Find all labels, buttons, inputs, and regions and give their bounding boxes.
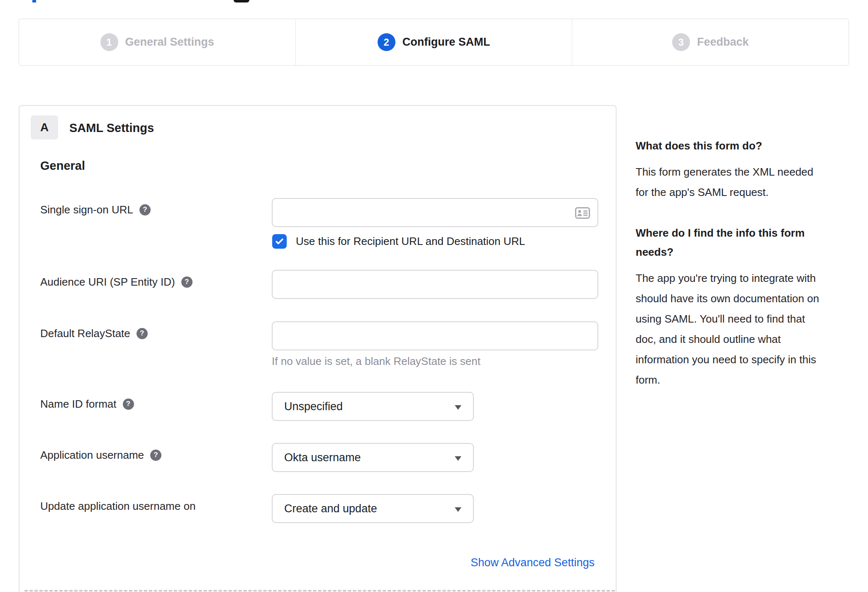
name-id-format-label-row: Name ID format ?	[40, 397, 134, 411]
sidebar-heading-what: What does this form do?	[636, 136, 845, 155]
update-username-label: Update application username on	[40, 499, 195, 513]
step-general-settings[interactable]: 1 General Settings	[19, 19, 295, 65]
app-username-select[interactable]: Okta username	[272, 443, 474, 472]
general-section-title: General	[40, 159, 85, 173]
panel-title: SAML Settings	[69, 121, 154, 135]
audience-uri-label-row: Audience URI (SP Entity ID) ?	[40, 275, 193, 289]
update-username-value: Create and update	[284, 502, 377, 515]
recipient-url-checkbox-row: Use this for Recipient URL and Destinati…	[272, 234, 525, 249]
help-icon[interactable]: ?	[181, 276, 193, 288]
audience-uri-control	[272, 270, 598, 299]
sso-url-control	[272, 198, 598, 227]
step-2-number-badge: 2	[378, 33, 395, 51]
step-1-label: General Settings	[125, 36, 215, 49]
section-dashed-divider	[24, 590, 615, 592]
sso-url-label-row: Single sign-on URL ?	[40, 203, 151, 216]
sidebar-heading-where: Where do I find the info this formneeds?	[636, 223, 845, 262]
section-a-badge: A	[31, 115, 58, 139]
show-advanced-settings-link[interactable]: Show Advanced Settings	[471, 556, 595, 569]
saml-settings-panel: A SAML Settings General Single sign-on U…	[19, 105, 617, 592]
recipient-url-checkbox-label: Use this for Recipient URL and Destinati…	[296, 235, 525, 248]
chevron-down-icon	[455, 405, 461, 410]
sso-url-label: Single sign-on URL	[40, 203, 133, 216]
checkmark-icon	[274, 236, 285, 247]
step-2-label: Configure SAML	[402, 36, 490, 49]
step-feedback[interactable]: 3 Feedback	[572, 19, 848, 65]
okta-saml-wizard-screen: 1 General Settings 2 Configure SAML 3 Fe…	[0, 0, 868, 592]
name-id-format-value: Unspecified	[284, 400, 343, 413]
help-icon[interactable]: ?	[123, 399, 134, 410]
update-username-control: Create and update	[272, 494, 474, 523]
help-icon[interactable]: ?	[150, 450, 161, 461]
step-3-number-badge: 3	[672, 33, 690, 51]
relay-state-label: Default RelayState	[40, 327, 130, 340]
app-username-label: Application username	[40, 448, 144, 462]
help-sidebar: What does this form do? This form genera…	[636, 136, 845, 411]
sso-url-input[interactable]	[272, 198, 598, 227]
app-username-label-row: Application username ?	[40, 448, 161, 462]
step-3-label: Feedback	[697, 36, 749, 49]
recipient-url-checkbox[interactable]	[272, 234, 287, 249]
name-id-format-label: Name ID format	[40, 397, 117, 411]
update-username-label-row: Update application username on	[40, 499, 195, 513]
chevron-down-icon	[455, 507, 461, 512]
name-id-format-select[interactable]: Unspecified	[272, 392, 474, 421]
wizard-stepper: 1 General Settings 2 Configure SAML 3 Fe…	[19, 19, 849, 66]
clipped-logo-fragment	[32, 0, 36, 2]
help-icon[interactable]: ?	[137, 328, 148, 339]
app-username-value: Okta username	[284, 451, 361, 464]
relay-state-input[interactable]	[272, 321, 598, 350]
relay-state-label-row: Default RelayState ?	[40, 327, 148, 340]
chevron-down-icon	[455, 456, 461, 461]
step-configure-saml[interactable]: 2 Configure SAML	[295, 19, 572, 65]
update-username-select[interactable]: Create and update	[272, 494, 474, 523]
audience-uri-label: Audience URI (SP Entity ID)	[40, 275, 175, 289]
name-id-format-control: Unspecified	[272, 392, 474, 421]
relay-state-control	[272, 321, 598, 350]
sidebar-body-where: The app you're trying to integrate withs…	[636, 268, 845, 390]
audience-uri-input[interactable]	[272, 270, 598, 299]
app-username-control: Okta username	[272, 443, 474, 472]
help-icon[interactable]: ?	[139, 204, 151, 215]
relay-state-helper-text: If no value is set, a blank RelayState i…	[272, 355, 480, 368]
sidebar-body-what: This form generates the XML neededfor th…	[636, 162, 845, 203]
step-1-number-badge: 1	[100, 33, 118, 51]
clipped-title-fragment	[234, 0, 249, 2]
